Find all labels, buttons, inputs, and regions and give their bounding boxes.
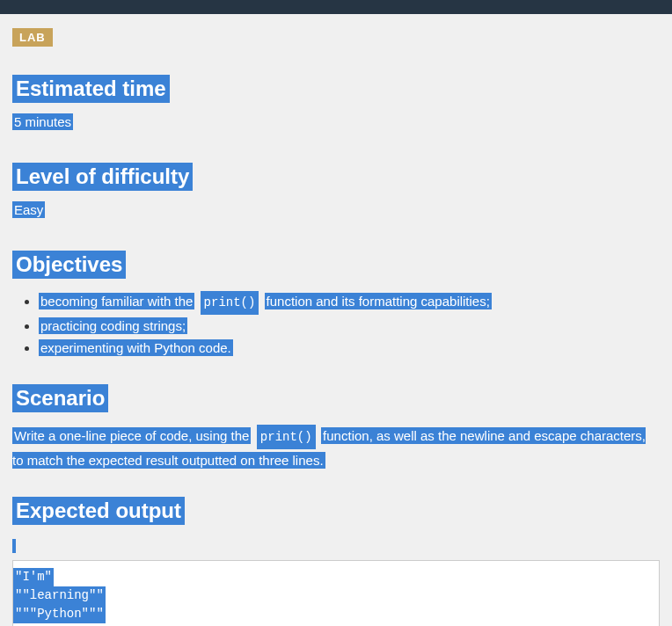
output-line: "I'm"	[13, 568, 54, 586]
objective-text: experimenting with Python code.	[39, 339, 233, 356]
scenario-paragraph: Write a one-line piece of code, using th…	[12, 425, 660, 472]
estimated-time-value: 5 minutes	[12, 113, 73, 130]
list-item: practicing coding strings;	[39, 317, 660, 337]
selection-marker	[12, 539, 16, 553]
objectives-list: becoming familiar with the print() funct…	[39, 291, 660, 358]
objective-text: becoming familiar with the	[39, 293, 194, 309]
content-area: LAB Estimated time 5 minutes Level of di…	[0, 14, 672, 626]
heading-objectives: Objectives	[12, 251, 126, 279]
scenario-text: Write a one-line piece of code, using th…	[12, 427, 251, 444]
heading-expected-output: Expected output	[12, 497, 185, 525]
code-print: print()	[201, 291, 259, 315]
code-print: print()	[257, 425, 316, 449]
output-box: "I'm" ""learning"" """Python"""	[12, 560, 660, 626]
output-line: """Python"""	[13, 605, 106, 623]
difficulty-value: Easy	[12, 201, 45, 218]
heading-scenario: Scenario	[12, 384, 108, 412]
list-item: experimenting with Python code.	[39, 338, 660, 359]
objective-text: practicing coding strings;	[39, 317, 187, 334]
lab-badge: LAB	[12, 28, 53, 47]
list-item: becoming familiar with the print() funct…	[39, 291, 660, 315]
output-line: ""learning""	[13, 586, 106, 605]
heading-difficulty: Level of difficulty	[12, 163, 193, 191]
top-bar	[0, 0, 672, 14]
objective-text: function and its formatting capabilities…	[265, 293, 492, 309]
heading-estimated-time: Estimated time	[12, 75, 170, 103]
